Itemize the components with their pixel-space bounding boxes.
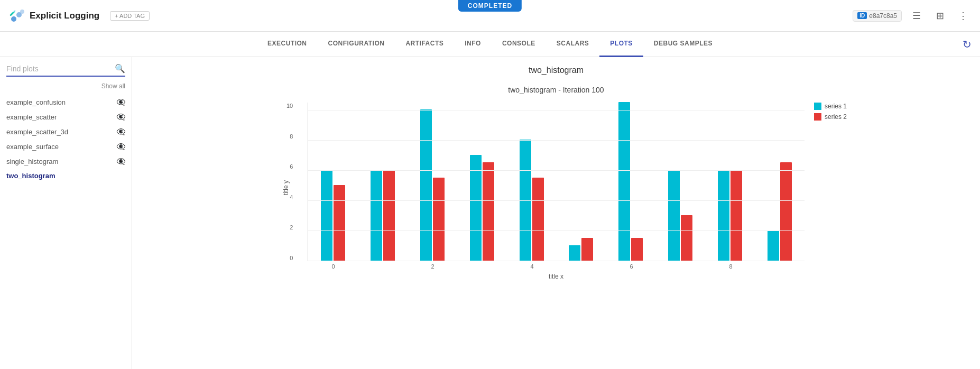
bar-series2	[483, 162, 494, 261]
legend-color-series1	[814, 103, 821, 110]
bar-group	[358, 103, 408, 261]
sidebar: 🔍 Show all example_confusion 👁‍🗨 example…	[0, 57, 132, 369]
bar-group	[606, 103, 655, 261]
sidebar-item-two-histogram[interactable]: two_histogram	[0, 169, 132, 183]
bar-group	[655, 103, 705, 261]
x-axis-label: title x	[308, 273, 805, 280]
tab-info[interactable]: INFO	[454, 32, 492, 57]
visibility-off-icon: 👁‍🗨	[116, 142, 125, 151]
grid-line	[308, 140, 805, 141]
x-tick: 4	[530, 263, 533, 270]
bar-series2	[532, 178, 544, 261]
main-layout: 🔍 Show all example_confusion 👁‍🗨 example…	[0, 57, 980, 369]
bar-group	[408, 103, 457, 261]
x-axis: 0 2 4 6 8	[308, 263, 805, 270]
bar-series1	[420, 109, 432, 261]
y-tick: 8	[290, 133, 293, 140]
bar-series2	[731, 170, 742, 261]
y-tick: 0	[290, 255, 293, 261]
header-right: ID e8a7c8a5 ☰ ⊞ ⋮	[853, 7, 972, 24]
visibility-off-icon: 👁‍🗨	[116, 157, 125, 165]
search-input[interactable]	[6, 64, 115, 73]
legend-color-series2	[814, 113, 821, 121]
x-tick: 2	[431, 263, 434, 270]
tab-console[interactable]: CONSOLE	[492, 32, 546, 57]
bar-series1	[321, 170, 332, 261]
bar-series1	[371, 170, 382, 261]
grid-line	[308, 261, 805, 261]
completed-banner: COMPLETED	[458, 0, 522, 12]
bars-container	[308, 103, 805, 261]
sidebar-item-example-scatter-3d[interactable]: example_scatter_3d 👁‍🗨	[0, 124, 132, 139]
bar-series2	[780, 162, 792, 261]
bar-series2	[631, 238, 643, 261]
bar-group	[755, 103, 805, 261]
task-id: ID e8a7c8a5	[853, 10, 902, 22]
id-label: ID	[857, 12, 867, 19]
sidebar-item-label: example_confusion	[6, 98, 66, 106]
tab-configuration[interactable]: CONFIGURATION	[318, 32, 395, 57]
sidebar-item-label: example_scatter	[6, 113, 57, 121]
x-tick: 0	[331, 263, 335, 270]
bar-group	[507, 103, 557, 261]
tab-debug-samples[interactable]: DEBUG SAMPLES	[643, 32, 723, 57]
logo-icon: 🧪	[8, 7, 25, 24]
tab-artifacts[interactable]: ARTIFACTS	[395, 32, 454, 57]
svg-point-2	[20, 10, 24, 14]
bar-series1	[618, 102, 630, 261]
tab-plots[interactable]: PLOTS	[599, 32, 643, 57]
nav-tabs: EXECUTION CONFIGURATION ARTIFACTS INFO C…	[0, 32, 980, 57]
show-all-label[interactable]: Show all	[101, 82, 125, 90]
add-tag-button[interactable]: + ADD TAG	[110, 11, 150, 21]
bar-series1	[768, 230, 779, 261]
id-value: e8a7c8a5	[869, 12, 897, 20]
sidebar-item-single-histogram[interactable]: single_histogram 👁‍🗨	[0, 154, 132, 169]
bar-group	[705, 103, 755, 261]
sidebar-item-label: example_surface	[6, 143, 59, 151]
bar-series2	[383, 170, 395, 261]
visibility-off-icon: 👁‍🗨	[116, 98, 125, 106]
chart-container: two_histogram - Iteration 100 title y 10…	[265, 86, 847, 280]
chart-main-title: two_histogram	[529, 66, 584, 75]
bar-series2	[581, 238, 593, 261]
bar-group	[557, 103, 606, 261]
menu-button[interactable]: ⋮	[955, 7, 972, 24]
bar-series1	[668, 170, 680, 261]
bar-series1	[718, 170, 729, 261]
visibility-off-icon: 👁‍🗨	[116, 113, 125, 121]
bar-series1	[569, 245, 580, 261]
split-view-button[interactable]: ⊞	[931, 7, 948, 24]
legend-label-series1: series 1	[825, 103, 847, 110]
search-icon: 🔍	[115, 63, 125, 73]
legend-item-series1: series 1	[814, 103, 847, 110]
grid-line	[308, 230, 805, 231]
grid-line	[308, 110, 805, 110]
sidebar-item-example-confusion[interactable]: example_confusion 👁‍🗨	[0, 95, 132, 109]
y-tick: 6	[290, 163, 293, 170]
x-tick: 6	[630, 263, 633, 270]
y-tick: 10	[286, 103, 293, 109]
chart-legend: series 1 series 2	[814, 103, 847, 121]
sidebar-item-example-surface[interactable]: example_surface 👁‍🗨	[0, 139, 132, 154]
legend-label-series2: series 2	[825, 113, 847, 121]
refresh-button[interactable]: ↻	[963, 38, 972, 51]
y-axis: 10 8 6 4 2 0	[286, 103, 293, 261]
svg-text:🧪: 🧪	[10, 10, 16, 16]
sidebar-item-label: example_scatter_3d	[6, 128, 68, 136]
grid-line	[308, 200, 805, 201]
legend-item-series2: series 2	[814, 113, 847, 121]
tab-scalars[interactable]: SCALARS	[546, 32, 600, 57]
sidebar-search: 🔍	[6, 63, 125, 77]
x-tick: 8	[729, 263, 732, 270]
sidebar-item-example-scatter[interactable]: example_scatter 👁‍🗨	[0, 109, 132, 124]
bar-group	[457, 103, 507, 261]
y-tick: 2	[290, 224, 293, 230]
chart-subtitle: two_histogram - Iteration 100	[265, 86, 847, 94]
show-all-container: Show all	[0, 81, 132, 90]
tab-execution[interactable]: EXECUTION	[257, 32, 318, 57]
bar-series2	[433, 178, 445, 261]
grid-line	[308, 170, 805, 171]
list-view-button[interactable]: ☰	[908, 7, 925, 24]
sidebar-item-label: two_histogram	[6, 172, 55, 180]
svg-point-0	[11, 16, 16, 22]
